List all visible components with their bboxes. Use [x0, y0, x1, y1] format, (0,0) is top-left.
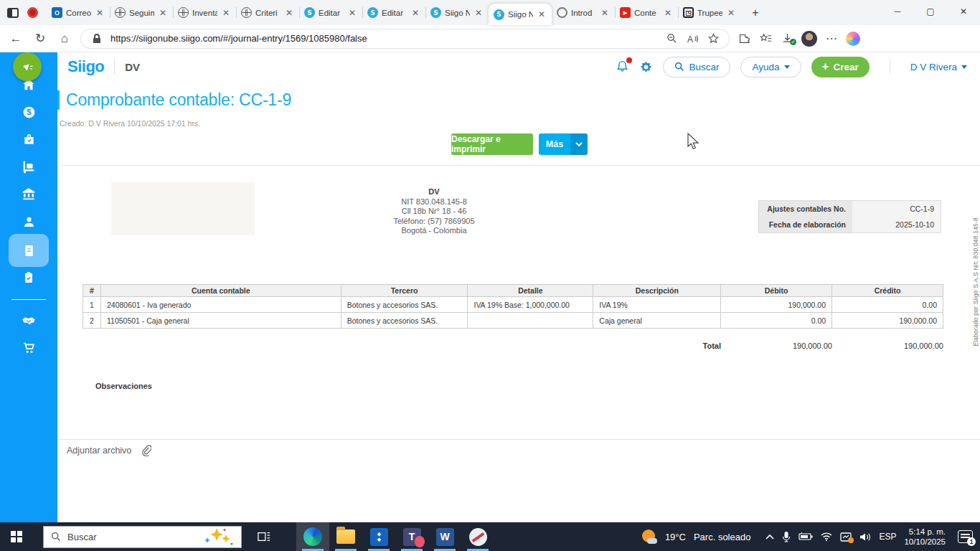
search-icon: [674, 62, 684, 72]
download-print-button[interactable]: Descargar e imprimir: [451, 133, 533, 155]
edge-icon: [303, 527, 322, 546]
help-button[interactable]: Ayuda: [740, 57, 801, 77]
favorites-list-icon[interactable]: [758, 33, 773, 44]
taskbar-app-edge[interactable]: [296, 522, 329, 551]
tab-close-icon[interactable]: ✕: [284, 8, 294, 18]
tab-introd[interactable]: Introd✕: [552, 0, 615, 25]
notification-center-icon[interactable]: 1: [958, 530, 973, 543]
taskbar-app-teams[interactable]: T: [395, 522, 428, 551]
address-bar[interactable]: https://siigonube.siigo.com/#/journal-en…: [80, 29, 730, 49]
lock-icon[interactable]: [90, 34, 104, 44]
cast-icon[interactable]: [840, 532, 852, 542]
wifi-icon[interactable]: [821, 532, 832, 541]
tab-close-icon[interactable]: ✕: [473, 8, 484, 18]
read-aloud-icon[interactable]: A: [685, 34, 699, 44]
search-button[interactable]: Buscar: [663, 57, 730, 77]
create-button[interactable]: + Crear: [811, 57, 870, 77]
home-icon[interactable]: ⌂: [56, 32, 73, 46]
temperature[interactable]: 19°C: [665, 532, 686, 542]
sidebar-item-shop[interactable]: [9, 334, 49, 362]
tab-close-icon[interactable]: ✕: [221, 8, 231, 18]
tab-seguim[interactable]: Seguim✕: [110, 0, 173, 25]
taskbar-app-devtool[interactable]: [362, 522, 395, 551]
taskbar-clock[interactable]: 5:14 p. m. 10/10/2025: [904, 527, 946, 547]
sidebar-item-banks[interactable]: [9, 179, 49, 208]
tab-close-icon[interactable]: ✕: [158, 8, 168, 18]
zoom-out-icon[interactable]: [664, 33, 679, 44]
new-tab-button[interactable]: +: [745, 3, 765, 23]
start-button[interactable]: [0, 522, 33, 551]
user-menu[interactable]: D V Rivera: [910, 62, 967, 72]
tab-trupee[interactable]: ◳Trupee✕: [678, 0, 741, 25]
copilot-icon[interactable]: [846, 32, 860, 46]
profile-avatar[interactable]: [801, 31, 817, 47]
notifications-bell-icon[interactable]: [616, 60, 629, 74]
tab-close-icon[interactable]: ✕: [347, 8, 357, 18]
battery-icon[interactable]: [798, 532, 813, 541]
app-header: Siigo DV Buscar Ayuda + Crear D V Rivera: [57, 52, 980, 81]
attach-file[interactable]: Adjuntar archivo: [67, 445, 151, 456]
microphone-icon[interactable]: [782, 531, 791, 542]
taskbar-app-snip[interactable]: [461, 522, 494, 551]
company-info: DV NIT 830.048.145-8 Cll 18b Nr° 18 - 46…: [326, 187, 542, 236]
paperclip-icon[interactable]: [141, 445, 151, 456]
sidebar-item-alliances[interactable]: [9, 306, 49, 335]
close-button[interactable]: ✕: [947, 0, 980, 23]
tab-editar-2[interactable]: SEditar✕: [362, 0, 425, 25]
language-indicator[interactable]: ESP: [879, 532, 896, 542]
announcements-button[interactable]: [13, 52, 42, 81]
attach-divider: [57, 439, 980, 440]
cell-account: 11050501 - Caja general: [100, 313, 341, 329]
sidebar-item-accounting[interactable]: [9, 234, 49, 267]
tab-close-icon[interactable]: ✕: [600, 8, 610, 18]
tab-close-icon[interactable]: ✕: [410, 8, 420, 18]
recording-indicator-icon[interactable]: [27, 7, 38, 18]
taskbar-app-word[interactable]: W: [428, 522, 461, 551]
taskbar-search-box[interactable]: Buscar: [43, 526, 242, 548]
settings-gear-icon[interactable]: [639, 60, 653, 74]
tab-inventa[interactable]: Inventa✕: [173, 0, 236, 25]
tab-siigo-active[interactable]: SSiigo N✕: [489, 4, 552, 25]
tab-editar-1[interactable]: SEditar✕: [299, 0, 362, 25]
more-button[interactable]: Más: [539, 133, 588, 155]
sidebar-item-sales[interactable]: $: [9, 98, 49, 126]
tab-siigo-1[interactable]: SSiigo N✕: [425, 0, 489, 25]
tab-criteri[interactable]: Criteri✕: [236, 0, 299, 25]
maximize-button[interactable]: ▢: [914, 0, 947, 23]
favorite-star-icon[interactable]: [706, 33, 720, 44]
sidebar-item-inventory[interactable]: [9, 152, 49, 181]
tab-label: Seguim: [129, 9, 154, 17]
tab-close-icon[interactable]: ✕: [537, 9, 547, 19]
col-debit: Débito: [721, 285, 832, 297]
company-name: DV: [326, 187, 542, 197]
tab-close-icon[interactable]: ✕: [663, 8, 673, 18]
taskbar-app-explorer[interactable]: [329, 522, 362, 551]
minimize-button[interactable]: ─: [881, 0, 914, 23]
globe-icon: [178, 7, 189, 18]
chevron-down-icon: [784, 65, 790, 69]
sidebar-item-tasks[interactable]: [9, 263, 49, 292]
person-icon: [22, 215, 37, 230]
tab-correo[interactable]: OCorreo✕: [47, 0, 110, 25]
tray-expand-icon[interactable]: [765, 534, 774, 540]
refresh-icon[interactable]: ↻: [32, 31, 49, 46]
tab-search-icon[interactable]: [7, 8, 19, 18]
speaker-icon[interactable]: [859, 532, 871, 542]
task-view-button[interactable]: [248, 522, 281, 551]
url-text[interactable]: https://siigonube.siigo.com/#/journal-en…: [110, 33, 658, 44]
weather-text[interactable]: Parc. soleado: [694, 532, 751, 542]
weather-icon[interactable]: [641, 529, 657, 545]
tab-conte[interactable]: ▶Conte✕: [615, 0, 678, 25]
browser-menu-icon[interactable]: ⋯: [824, 32, 839, 45]
tab-close-icon[interactable]: ✕: [726, 8, 736, 18]
chevron-down-icon[interactable]: [570, 133, 588, 155]
plus-icon: +: [822, 60, 829, 74]
sidebar-item-contacts[interactable]: [9, 207, 49, 236]
word-icon: W: [436, 528, 454, 546]
tab-close-icon[interactable]: ✕: [95, 8, 105, 18]
sidebar-item-purchases[interactable]: [9, 125, 49, 154]
back-icon[interactable]: ←: [7, 32, 24, 46]
downloads-icon[interactable]: ✓: [780, 33, 794, 44]
document-meta-box: Ajustes contables No. CC-1-9 Fecha de el…: [758, 200, 941, 233]
extensions-icon[interactable]: [737, 33, 751, 44]
